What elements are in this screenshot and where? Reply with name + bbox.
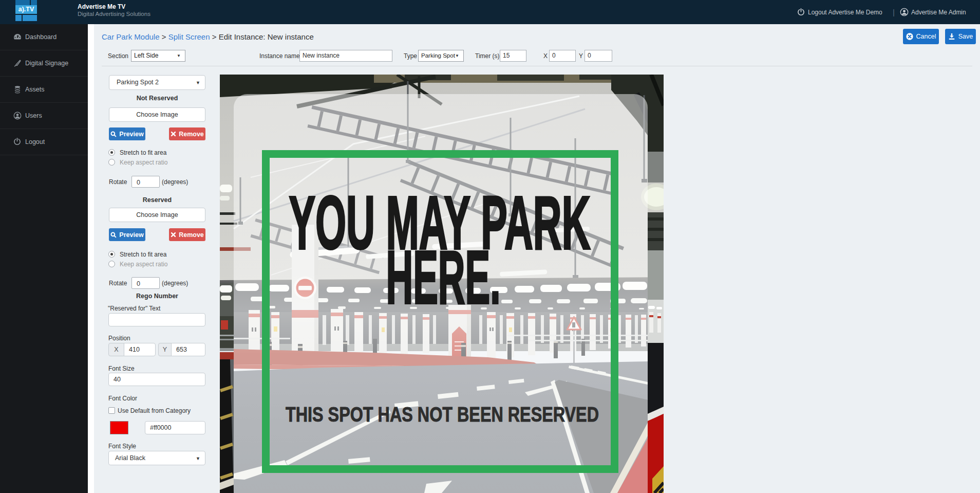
svg-text:THIS SPOT HAS NOT BEEN RESERVE: THIS SPOT HAS NOT BEEN RESERVED xyxy=(286,403,599,426)
svg-text:HERE.: HERE. xyxy=(386,235,501,319)
